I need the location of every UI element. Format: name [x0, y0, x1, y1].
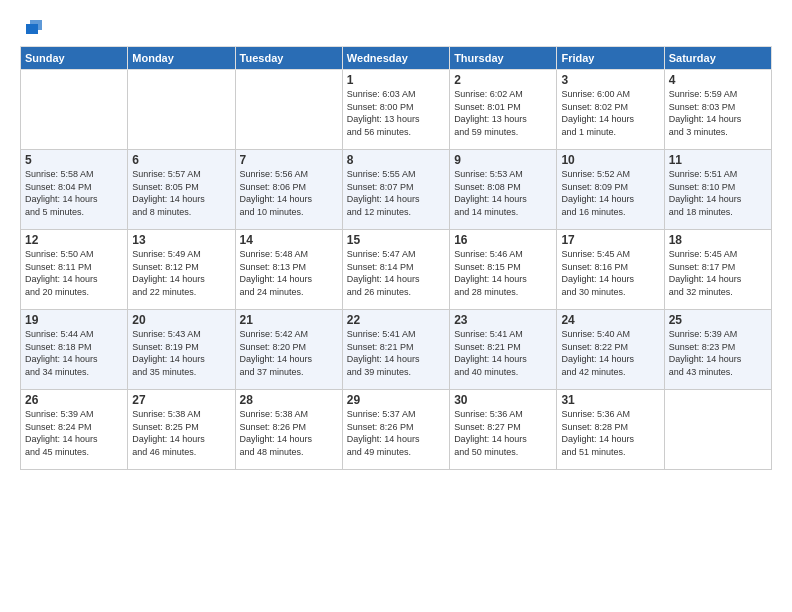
weekday-thursday: Thursday: [450, 47, 557, 70]
day-info: Sunrise: 6:03 AM Sunset: 8:00 PM Dayligh…: [347, 88, 445, 138]
weekday-monday: Monday: [128, 47, 235, 70]
day-info: Sunrise: 5:56 AM Sunset: 8:06 PM Dayligh…: [240, 168, 338, 218]
day-info: Sunrise: 5:44 AM Sunset: 8:18 PM Dayligh…: [25, 328, 123, 378]
calendar-cell: 5Sunrise: 5:58 AM Sunset: 8:04 PM Daylig…: [21, 150, 128, 230]
day-info: Sunrise: 5:47 AM Sunset: 8:14 PM Dayligh…: [347, 248, 445, 298]
calendar-cell: 18Sunrise: 5:45 AM Sunset: 8:17 PM Dayli…: [664, 230, 771, 310]
day-number: 2: [454, 73, 552, 87]
day-number: 9: [454, 153, 552, 167]
calendar-cell: 15Sunrise: 5:47 AM Sunset: 8:14 PM Dayli…: [342, 230, 449, 310]
calendar-page: SundayMondayTuesdayWednesdayThursdayFrid…: [0, 0, 792, 612]
calendar-cell: 30Sunrise: 5:36 AM Sunset: 8:27 PM Dayli…: [450, 390, 557, 470]
day-info: Sunrise: 5:38 AM Sunset: 8:25 PM Dayligh…: [132, 408, 230, 458]
header: [20, 16, 772, 38]
day-number: 3: [561, 73, 659, 87]
day-number: 1: [347, 73, 445, 87]
calendar-cell: 29Sunrise: 5:37 AM Sunset: 8:26 PM Dayli…: [342, 390, 449, 470]
calendar-cell: 24Sunrise: 5:40 AM Sunset: 8:22 PM Dayli…: [557, 310, 664, 390]
calendar-cell: 26Sunrise: 5:39 AM Sunset: 8:24 PM Dayli…: [21, 390, 128, 470]
calendar-cell: 2Sunrise: 6:02 AM Sunset: 8:01 PM Daylig…: [450, 70, 557, 150]
day-info: Sunrise: 5:52 AM Sunset: 8:09 PM Dayligh…: [561, 168, 659, 218]
day-number: 13: [132, 233, 230, 247]
day-number: 11: [669, 153, 767, 167]
svg-marker-1: [26, 24, 38, 34]
calendar-cell: [128, 70, 235, 150]
day-number: 6: [132, 153, 230, 167]
day-info: Sunrise: 5:43 AM Sunset: 8:19 PM Dayligh…: [132, 328, 230, 378]
day-number: 4: [669, 73, 767, 87]
calendar-cell: 20Sunrise: 5:43 AM Sunset: 8:19 PM Dayli…: [128, 310, 235, 390]
day-info: Sunrise: 5:45 AM Sunset: 8:17 PM Dayligh…: [669, 248, 767, 298]
weekday-sunday: Sunday: [21, 47, 128, 70]
day-number: 29: [347, 393, 445, 407]
day-info: Sunrise: 5:45 AM Sunset: 8:16 PM Dayligh…: [561, 248, 659, 298]
day-info: Sunrise: 5:55 AM Sunset: 8:07 PM Dayligh…: [347, 168, 445, 218]
day-info: Sunrise: 5:59 AM Sunset: 8:03 PM Dayligh…: [669, 88, 767, 138]
day-info: Sunrise: 5:41 AM Sunset: 8:21 PM Dayligh…: [347, 328, 445, 378]
day-info: Sunrise: 5:58 AM Sunset: 8:04 PM Dayligh…: [25, 168, 123, 218]
calendar-cell: 31Sunrise: 5:36 AM Sunset: 8:28 PM Dayli…: [557, 390, 664, 470]
day-number: 28: [240, 393, 338, 407]
day-number: 15: [347, 233, 445, 247]
calendar-cell: [21, 70, 128, 150]
calendar-cell: 1Sunrise: 6:03 AM Sunset: 8:00 PM Daylig…: [342, 70, 449, 150]
day-number: 18: [669, 233, 767, 247]
day-number: 27: [132, 393, 230, 407]
day-info: Sunrise: 5:39 AM Sunset: 8:24 PM Dayligh…: [25, 408, 123, 458]
calendar-cell: 10Sunrise: 5:52 AM Sunset: 8:09 PM Dayli…: [557, 150, 664, 230]
day-number: 20: [132, 313, 230, 327]
calendar-cell: 9Sunrise: 5:53 AM Sunset: 8:08 PM Daylig…: [450, 150, 557, 230]
calendar-cell: 14Sunrise: 5:48 AM Sunset: 8:13 PM Dayli…: [235, 230, 342, 310]
weekday-tuesday: Tuesday: [235, 47, 342, 70]
day-info: Sunrise: 5:50 AM Sunset: 8:11 PM Dayligh…: [25, 248, 123, 298]
calendar-cell: 21Sunrise: 5:42 AM Sunset: 8:20 PM Dayli…: [235, 310, 342, 390]
day-number: 21: [240, 313, 338, 327]
calendar-cell: 4Sunrise: 5:59 AM Sunset: 8:03 PM Daylig…: [664, 70, 771, 150]
day-number: 25: [669, 313, 767, 327]
day-number: 24: [561, 313, 659, 327]
day-number: 23: [454, 313, 552, 327]
calendar-cell: 27Sunrise: 5:38 AM Sunset: 8:25 PM Dayli…: [128, 390, 235, 470]
day-info: Sunrise: 5:49 AM Sunset: 8:12 PM Dayligh…: [132, 248, 230, 298]
calendar-cell: 7Sunrise: 5:56 AM Sunset: 8:06 PM Daylig…: [235, 150, 342, 230]
calendar-cell: 19Sunrise: 5:44 AM Sunset: 8:18 PM Dayli…: [21, 310, 128, 390]
calendar-cell: 11Sunrise: 5:51 AM Sunset: 8:10 PM Dayli…: [664, 150, 771, 230]
day-number: 31: [561, 393, 659, 407]
day-number: 7: [240, 153, 338, 167]
calendar-cell: 13Sunrise: 5:49 AM Sunset: 8:12 PM Dayli…: [128, 230, 235, 310]
calendar-cell: [235, 70, 342, 150]
day-info: Sunrise: 5:36 AM Sunset: 8:27 PM Dayligh…: [454, 408, 552, 458]
day-number: 22: [347, 313, 445, 327]
day-number: 8: [347, 153, 445, 167]
day-info: Sunrise: 5:42 AM Sunset: 8:20 PM Dayligh…: [240, 328, 338, 378]
day-number: 16: [454, 233, 552, 247]
week-row-5: 26Sunrise: 5:39 AM Sunset: 8:24 PM Dayli…: [21, 390, 772, 470]
day-info: Sunrise: 5:40 AM Sunset: 8:22 PM Dayligh…: [561, 328, 659, 378]
calendar-cell: 28Sunrise: 5:38 AM Sunset: 8:26 PM Dayli…: [235, 390, 342, 470]
day-number: 17: [561, 233, 659, 247]
day-info: Sunrise: 5:36 AM Sunset: 8:28 PM Dayligh…: [561, 408, 659, 458]
day-info: Sunrise: 5:57 AM Sunset: 8:05 PM Dayligh…: [132, 168, 230, 218]
week-row-4: 19Sunrise: 5:44 AM Sunset: 8:18 PM Dayli…: [21, 310, 772, 390]
week-row-2: 5Sunrise: 5:58 AM Sunset: 8:04 PM Daylig…: [21, 150, 772, 230]
logo-icon: [22, 16, 44, 38]
day-number: 12: [25, 233, 123, 247]
weekday-header-row: SundayMondayTuesdayWednesdayThursdayFrid…: [21, 47, 772, 70]
calendar-cell: 23Sunrise: 5:41 AM Sunset: 8:21 PM Dayli…: [450, 310, 557, 390]
day-number: 14: [240, 233, 338, 247]
weekday-wednesday: Wednesday: [342, 47, 449, 70]
day-info: Sunrise: 5:37 AM Sunset: 8:26 PM Dayligh…: [347, 408, 445, 458]
day-number: 5: [25, 153, 123, 167]
weekday-friday: Friday: [557, 47, 664, 70]
logo: [20, 16, 44, 38]
calendar-cell: 25Sunrise: 5:39 AM Sunset: 8:23 PM Dayli…: [664, 310, 771, 390]
week-row-1: 1Sunrise: 6:03 AM Sunset: 8:00 PM Daylig…: [21, 70, 772, 150]
day-info: Sunrise: 6:00 AM Sunset: 8:02 PM Dayligh…: [561, 88, 659, 138]
calendar-cell: 17Sunrise: 5:45 AM Sunset: 8:16 PM Dayli…: [557, 230, 664, 310]
day-info: Sunrise: 5:53 AM Sunset: 8:08 PM Dayligh…: [454, 168, 552, 218]
calendar-table: SundayMondayTuesdayWednesdayThursdayFrid…: [20, 46, 772, 470]
day-info: Sunrise: 6:02 AM Sunset: 8:01 PM Dayligh…: [454, 88, 552, 138]
day-info: Sunrise: 5:46 AM Sunset: 8:15 PM Dayligh…: [454, 248, 552, 298]
day-info: Sunrise: 5:41 AM Sunset: 8:21 PM Dayligh…: [454, 328, 552, 378]
week-row-3: 12Sunrise: 5:50 AM Sunset: 8:11 PM Dayli…: [21, 230, 772, 310]
